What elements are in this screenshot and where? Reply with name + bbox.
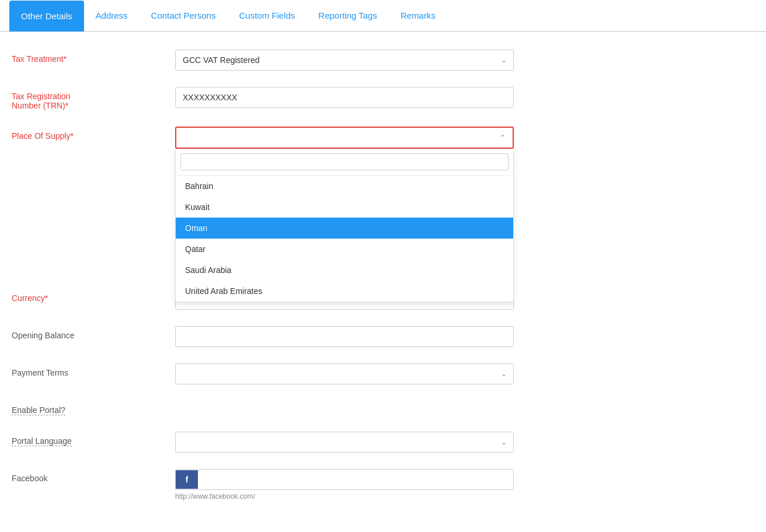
- trn-input[interactable]: [175, 87, 514, 108]
- tab-contact-persons[interactable]: Contact Persons: [140, 0, 228, 31]
- payment-terms-label: Payment Terms: [12, 363, 175, 377]
- tax-treatment-select-wrapper: GCC VAT Registered Non-GCC Exempt ⌄: [175, 50, 514, 71]
- portal-language-select-wrapper: ⌄: [175, 432, 514, 453]
- facebook-row: Facebook f http://www.facebook.com/: [12, 469, 549, 501]
- tab-navigation: Other Details Address Contact Persons Cu…: [0, 0, 766, 32]
- tab-other-details[interactable]: Other Details: [9, 1, 84, 32]
- enable-portal-row: Enable Portal?: [12, 401, 549, 415]
- opening-balance-input[interactable]: [175, 326, 514, 347]
- facebook-hint: http://www.facebook.com/: [175, 492, 514, 501]
- dropdown-item-kuwait[interactable]: Kuwait: [176, 197, 513, 218]
- payment-terms-field: ⌄: [175, 363, 514, 384]
- tab-reporting-tags[interactable]: Reporting Tags: [307, 0, 389, 31]
- dropdown-item-qatar[interactable]: Qatar: [176, 239, 513, 260]
- portal-language-select[interactable]: [175, 432, 514, 453]
- tab-address[interactable]: Address: [84, 0, 140, 31]
- place-of-supply-row: Place Of Supply* ⌃ Bahrain Kuwait Oman Q…: [12, 127, 549, 149]
- place-of-supply-label: Place Of Supply*: [12, 127, 175, 141]
- trn-label: Tax Registration Number (TRN)*: [12, 87, 175, 110]
- opening-balance-field: [175, 326, 514, 347]
- portal-language-label: Portal Language: [12, 432, 175, 446]
- facebook-input-wrapper: f: [175, 469, 514, 490]
- dropdown-item-oman[interactable]: Oman: [176, 218, 513, 239]
- tab-custom-fields[interactable]: Custom Fields: [227, 0, 307, 31]
- facebook-field: f http://www.facebook.com/: [175, 469, 514, 501]
- dropdown-item-saudi-arabia[interactable]: Saudi Arabia: [176, 260, 513, 281]
- tax-treatment-row: Tax Treatment* GCC VAT Registered Non-GC…: [12, 50, 549, 71]
- tax-treatment-select[interactable]: GCC VAT Registered Non-GCC Exempt: [175, 50, 514, 71]
- payment-terms-select[interactable]: [175, 363, 514, 384]
- facebook-label: Facebook: [12, 469, 175, 483]
- dropdown-search-input[interactable]: [180, 153, 509, 170]
- place-of-supply-wrapper[interactable]: ⌃: [175, 127, 514, 149]
- portal-language-row: Portal Language ⌄: [12, 432, 549, 453]
- place-of-supply-input[interactable]: [176, 128, 513, 148]
- tab-remarks[interactable]: Remarks: [389, 0, 447, 31]
- trn-field: [175, 87, 514, 108]
- trn-row: Tax Registration Number (TRN)*: [12, 87, 549, 110]
- dropdown-search-wrapper: [176, 149, 513, 176]
- opening-balance-label: Opening Balance: [12, 326, 175, 340]
- tax-treatment-label: Tax Treatment*: [12, 50, 175, 64]
- facebook-icon: f: [176, 470, 198, 489]
- tax-treatment-field: GCC VAT Registered Non-GCC Exempt ⌄: [175, 50, 514, 71]
- portal-language-field: ⌄: [175, 432, 514, 453]
- form-content: Tax Treatment* GCC VAT Registered Non-GC…: [0, 32, 560, 528]
- dropdown-item-bahrain[interactable]: Bahrain: [176, 176, 513, 197]
- enable-portal-label: Enable Portal?: [12, 401, 175, 415]
- opening-balance-row: Opening Balance: [12, 326, 549, 347]
- place-of-supply-field: ⌃ Bahrain Kuwait Oman Qatar Saudi Arabia…: [175, 127, 514, 149]
- payment-terms-row: Payment Terms ⌄: [12, 363, 549, 384]
- place-of-supply-dropdown: Bahrain Kuwait Oman Qatar Saudi Arabia U…: [175, 149, 514, 302]
- payment-terms-select-wrapper: ⌄: [175, 363, 514, 384]
- currency-label: Currency*: [12, 289, 175, 303]
- dropdown-item-uae[interactable]: United Arab Emirates: [176, 281, 513, 302]
- facebook-input[interactable]: [198, 470, 513, 489]
